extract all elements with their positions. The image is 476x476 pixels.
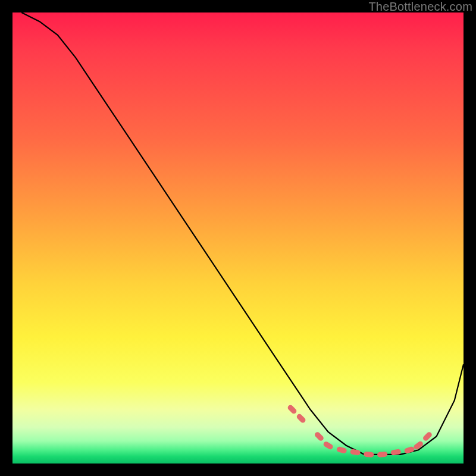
chart-frame	[12, 12, 464, 464]
watermark-text: TheBottleneck.com	[368, 0, 472, 14]
chart-gradient-background	[12, 12, 464, 464]
